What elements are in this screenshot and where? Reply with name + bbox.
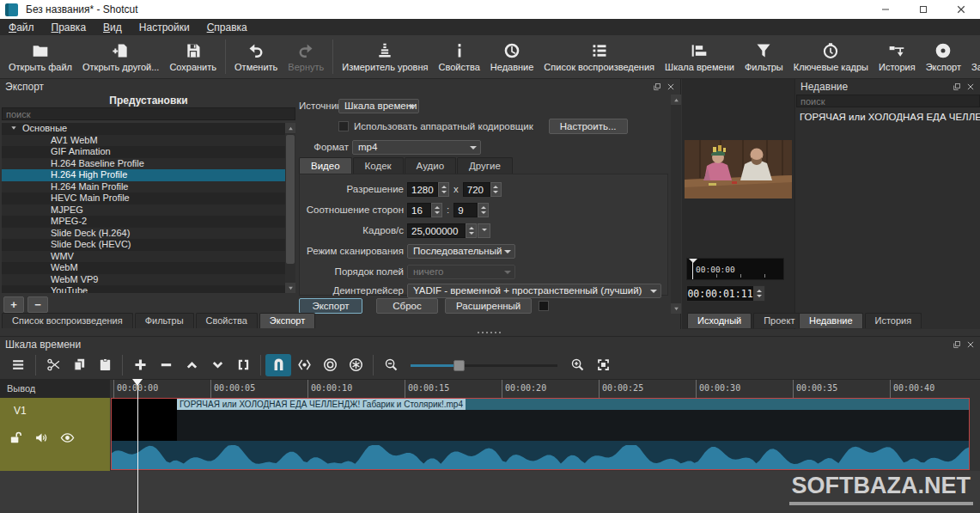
recent-search-input[interactable] [796, 95, 980, 107]
playhead[interactable] [137, 379, 138, 513]
preset-item[interactable]: WebM [2, 262, 295, 274]
dock-splitter[interactable] [0, 329, 980, 336]
preset-item[interactable]: Slide Deck (H.264) [2, 228, 295, 240]
timeline-clip[interactable]: ГОРЯЧАЯ или ХОЛОДНАЯ ЕДА ЧЕЛЛЕНДЖ! Габар… [111, 398, 970, 470]
toolbar-undo-button[interactable]: Отменить [229, 40, 283, 74]
fps-spinner[interactable]: 25,000000 [407, 223, 477, 238]
recent-tab[interactable]: Недавние [799, 313, 863, 328]
toolbar-filters-button[interactable]: Фильтры [740, 40, 788, 74]
scrollbar-thumb[interactable] [286, 135, 295, 264]
presets-scrollbar[interactable] [285, 123, 295, 293]
preset-item[interactable]: AV1 WebM [2, 135, 295, 147]
menu-item[interactable]: Вид [103, 21, 122, 34]
ripple-all-tracks-button[interactable] [343, 354, 368, 376]
scroll-down-icon[interactable] [671, 303, 681, 314]
toolbar-export-button[interactable]: Экспорт [921, 40, 966, 74]
preset-item[interactable]: H.264 Main Profile [2, 181, 295, 193]
snap-button[interactable] [265, 354, 291, 376]
scan-mode-dropdown[interactable]: Последовательный [407, 244, 515, 259]
preset-group[interactable]: Основные [2, 123, 295, 135]
toolbar-keyframes-button[interactable]: Ключевые кадры [788, 40, 873, 74]
fps-presets-dropdown[interactable] [478, 223, 490, 238]
toolbar-timeline-button[interactable]: Шкала времени [660, 40, 740, 74]
float-panel-icon[interactable] [953, 340, 961, 349]
settings-scrollbar[interactable] [671, 95, 681, 314]
toolbar-recent-button[interactable]: Недавние [485, 40, 539, 74]
preset-item[interactable]: H.264 Baseline Profile [2, 158, 295, 170]
player-scrubber[interactable]: 00:00:00 [686, 258, 784, 280]
preset-item[interactable]: MPEG-2 [2, 216, 295, 228]
toolbar-open-other-button[interactable]: Открыть другой... [77, 40, 164, 74]
source-dropdown[interactable]: Шкала времени [338, 99, 419, 113]
timecode-arrows[interactable] [753, 286, 764, 301]
ripple-button[interactable] [317, 354, 343, 376]
format-tab[interactable]: Кодек [353, 157, 404, 174]
preset-item[interactable]: Slide Deck (HEVC) [2, 239, 295, 251]
zoom-timeline-out-button[interactable] [378, 354, 404, 376]
player-tab[interactable]: Проект [753, 313, 805, 328]
resolution-width-spinner[interactable]: 1280 [407, 182, 449, 197]
track-v1-header[interactable]: V1 [0, 398, 110, 471]
toolbar-level-meter-button[interactable]: Измеритель уровня [337, 40, 433, 74]
toolbar-playlist-button[interactable]: Список воспроизведения [539, 40, 660, 74]
deinterlacer-dropdown[interactable]: YADIF - временной + пространственный (лу… [407, 284, 661, 298]
close-panel-icon[interactable] [966, 340, 975, 349]
player-tab[interactable]: Исходный [687, 313, 752, 328]
configure-button[interactable]: Настроить... [549, 119, 628, 134]
remove-preset-button[interactable]: − [27, 296, 48, 313]
menu-item[interactable]: Файл [9, 21, 34, 34]
timecode-spinner[interactable]: 00:00:01:11 [686, 285, 765, 302]
output-track-header[interactable]: Вывод [0, 380, 110, 399]
format-tab[interactable]: Другие [457, 157, 513, 174]
paste-button[interactable] [92, 354, 118, 376]
format-dropdown[interactable]: mp4 [352, 140, 481, 155]
preset-item[interactable]: MJPEG [2, 205, 295, 217]
recent-tab[interactable]: История [865, 313, 922, 328]
format-tab[interactable]: Аудио [405, 157, 456, 174]
advanced-button[interactable]: Расширенный [445, 298, 532, 314]
maximize-button[interactable] [904, 0, 942, 19]
dock-tab[interactable]: Фильтры [135, 313, 194, 328]
export-button[interactable]: Экспорт [299, 298, 362, 314]
toolbar-save-button[interactable]: Сохранить [164, 40, 222, 74]
playhead-handle-icon[interactable] [132, 379, 143, 391]
ripple-delete-button[interactable] [153, 354, 179, 376]
float-panel-icon[interactable] [653, 82, 661, 91]
scroll-up-icon[interactable] [285, 123, 295, 133]
preset-item[interactable]: WMV [2, 251, 295, 263]
menu-item[interactable]: Справка [207, 21, 247, 34]
mute-track-icon[interactable] [34, 431, 49, 445]
recent-item[interactable]: ГОРЯЧАЯ или ХОЛОДНАЯ ЕДА ЧЕЛЛЕН... [796, 110, 980, 124]
toolbar-jobs-button[interactable]: Задания [966, 40, 980, 74]
scroll-up-icon[interactable] [671, 95, 681, 105]
minimize-button[interactable] [867, 0, 904, 19]
aspect-width-spinner[interactable]: 16 [407, 203, 442, 217]
slider-handle[interactable] [453, 360, 465, 371]
scrub-while-dragging-button[interactable] [291, 354, 317, 376]
dock-tab[interactable]: Экспорт [259, 313, 315, 328]
zoom-timeline-fit-button[interactable] [590, 354, 616, 376]
preset-item[interactable]: GIF Animation [2, 146, 295, 158]
timeline-menu-button[interactable] [5, 354, 31, 376]
dock-tab[interactable]: Список воспроизведения [2, 313, 133, 328]
timeline-zoom-slider[interactable] [411, 359, 557, 371]
preset-item[interactable]: H.264 High Profile [2, 169, 295, 181]
preset-item[interactable]: HEVC Main Profile [2, 192, 295, 205]
toolbar-open-file-button[interactable]: Открыть файл [3, 40, 77, 74]
resolution-height-spinner[interactable]: 720 [463, 182, 502, 197]
split-button[interactable] [230, 354, 256, 376]
close-panel-icon[interactable] [966, 82, 975, 91]
lock-track-icon[interactable] [9, 431, 23, 445]
hide-track-icon[interactable] [60, 431, 75, 445]
append-button[interactable] [127, 354, 153, 376]
advanced-checkbox[interactable] [539, 301, 549, 311]
add-preset-button[interactable]: + [3, 296, 24, 313]
aspect-height-spinner[interactable]: 9 [453, 203, 489, 217]
menu-item[interactable]: Настройки [139, 21, 190, 34]
preset-item[interactable]: YouTube [2, 285, 295, 293]
copy-button[interactable] [66, 354, 92, 376]
toolbar-properties-button[interactable]: Свойства [434, 40, 485, 74]
close-panel-icon[interactable] [667, 82, 675, 91]
overwrite-button[interactable] [204, 354, 230, 376]
cut-button[interactable] [40, 354, 66, 376]
